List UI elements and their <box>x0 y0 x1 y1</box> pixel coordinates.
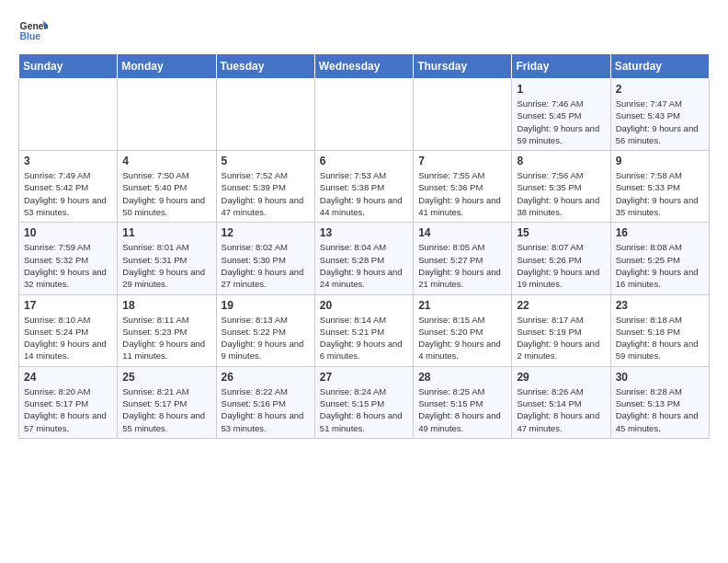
calendar-week-4: 17Sunrise: 8:10 AM Sunset: 5:24 PM Dayli… <box>19 294 710 366</box>
day-number: 26 <box>222 371 310 384</box>
calendar-cell <box>414 79 512 151</box>
day-info: Sunrise: 8:18 AM Sunset: 5:18 PM Dayligh… <box>616 314 704 362</box>
calendar-cell: 1Sunrise: 7:46 AM Sunset: 5:45 PM Daylig… <box>512 79 610 151</box>
day-info: Sunrise: 8:11 AM Sunset: 5:23 PM Dayligh… <box>122 314 210 362</box>
day-info: Sunrise: 7:59 AM Sunset: 5:32 PM Dayligh… <box>24 241 112 290</box>
day-info: Sunrise: 8:25 AM Sunset: 5:15 PM Dayligh… <box>418 385 506 434</box>
logo-icon: General Blue <box>18 15 48 44</box>
day-number: 21 <box>418 299 506 312</box>
calendar-cell: 22Sunrise: 8:17 AM Sunset: 5:19 PM Dayli… <box>512 294 610 366</box>
calendar-cell: 3Sunrise: 7:49 AM Sunset: 5:42 PM Daylig… <box>19 151 118 223</box>
day-info: Sunrise: 7:50 AM Sunset: 5:40 PM Dayligh… <box>122 169 210 218</box>
calendar-cell: 14Sunrise: 8:05 AM Sunset: 5:27 PM Dayli… <box>414 223 512 294</box>
day-info: Sunrise: 8:05 AM Sunset: 5:27 PM Dayligh… <box>418 241 506 290</box>
day-info: Sunrise: 8:08 AM Sunset: 5:25 PM Dayligh… <box>616 241 704 290</box>
calendar-cell: 2Sunrise: 7:47 AM Sunset: 5:43 PM Daylig… <box>610 79 709 151</box>
day-number: 6 <box>320 155 408 167</box>
calendar-cell: 15Sunrise: 8:07 AM Sunset: 5:26 PM Dayli… <box>512 223 610 294</box>
day-number: 13 <box>320 226 408 239</box>
day-info: Sunrise: 8:17 AM Sunset: 5:19 PM Dayligh… <box>517 314 605 362</box>
day-info: Sunrise: 8:26 AM Sunset: 5:14 PM Dayligh… <box>517 385 605 434</box>
day-header-saturday: Saturday <box>610 54 709 79</box>
day-info: Sunrise: 8:10 AM Sunset: 5:24 PM Dayligh… <box>24 314 112 362</box>
calendar-cell: 12Sunrise: 8:02 AM Sunset: 5:30 PM Dayli… <box>216 223 314 294</box>
day-number: 2 <box>616 83 704 96</box>
day-number: 28 <box>418 371 506 384</box>
calendar-cell <box>19 79 118 151</box>
calendar-cell: 7Sunrise: 7:55 AM Sunset: 5:36 PM Daylig… <box>414 151 512 223</box>
day-info: Sunrise: 8:21 AM Sunset: 5:17 PM Dayligh… <box>122 385 210 434</box>
calendar-week-1: 1Sunrise: 7:46 AM Sunset: 5:45 PM Daylig… <box>19 79 710 151</box>
day-info: Sunrise: 7:58 AM Sunset: 5:33 PM Dayligh… <box>616 169 704 218</box>
calendar-cell: 13Sunrise: 8:04 AM Sunset: 5:28 PM Dayli… <box>314 223 413 294</box>
calendar-cell: 26Sunrise: 8:22 AM Sunset: 5:16 PM Dayli… <box>216 366 314 438</box>
day-info: Sunrise: 7:55 AM Sunset: 5:36 PM Dayligh… <box>418 169 506 218</box>
day-number: 5 <box>222 155 310 167</box>
day-number: 15 <box>517 226 605 239</box>
day-number: 25 <box>122 371 210 384</box>
day-number: 20 <box>320 299 408 312</box>
day-number: 22 <box>517 299 605 312</box>
calendar-cell <box>216 79 314 151</box>
calendar-cell: 25Sunrise: 8:21 AM Sunset: 5:17 PM Dayli… <box>118 366 216 438</box>
day-info: Sunrise: 8:20 AM Sunset: 5:17 PM Dayligh… <box>24 385 112 434</box>
calendar-cell: 16Sunrise: 8:08 AM Sunset: 5:25 PM Dayli… <box>610 223 709 294</box>
day-info: Sunrise: 8:24 AM Sunset: 5:15 PM Dayligh… <box>320 385 408 434</box>
day-info: Sunrise: 8:01 AM Sunset: 5:31 PM Dayligh… <box>122 241 210 290</box>
day-header-monday: Monday <box>118 54 216 79</box>
calendar-cell: 8Sunrise: 7:56 AM Sunset: 5:35 PM Daylig… <box>512 151 610 223</box>
day-number: 9 <box>616 155 704 167</box>
day-info: Sunrise: 8:15 AM Sunset: 5:20 PM Dayligh… <box>418 314 506 362</box>
svg-text:Blue: Blue <box>20 31 41 41</box>
calendar-header-row: SundayMondayTuesdayWednesdayThursdayFrid… <box>19 54 710 79</box>
day-info: Sunrise: 7:46 AM Sunset: 5:45 PM Dayligh… <box>517 98 605 146</box>
day-number: 8 <box>517 155 605 167</box>
calendar-cell: 29Sunrise: 8:26 AM Sunset: 5:14 PM Dayli… <box>512 366 610 438</box>
day-number: 4 <box>122 155 210 167</box>
day-header-wednesday: Wednesday <box>314 54 413 79</box>
calendar-cell: 21Sunrise: 8:15 AM Sunset: 5:20 PM Dayli… <box>414 294 512 366</box>
calendar-cell: 30Sunrise: 8:28 AM Sunset: 5:13 PM Dayli… <box>610 366 709 438</box>
calendar-cell: 28Sunrise: 8:25 AM Sunset: 5:15 PM Dayli… <box>414 366 512 438</box>
day-info: Sunrise: 8:13 AM Sunset: 5:22 PM Dayligh… <box>222 314 310 362</box>
calendar-cell: 20Sunrise: 8:14 AM Sunset: 5:21 PM Dayli… <box>314 294 413 366</box>
day-number: 7 <box>418 155 506 167</box>
day-info: Sunrise: 7:49 AM Sunset: 5:42 PM Dayligh… <box>24 169 112 218</box>
day-info: Sunrise: 7:47 AM Sunset: 5:43 PM Dayligh… <box>616 98 704 146</box>
day-info: Sunrise: 8:14 AM Sunset: 5:21 PM Dayligh… <box>320 314 408 362</box>
day-number: 3 <box>24 155 112 167</box>
calendar-cell <box>314 79 413 151</box>
calendar-cell: 4Sunrise: 7:50 AM Sunset: 5:40 PM Daylig… <box>118 151 216 223</box>
calendar-week-3: 10Sunrise: 7:59 AM Sunset: 5:32 PM Dayli… <box>19 223 710 294</box>
day-info: Sunrise: 8:04 AM Sunset: 5:28 PM Dayligh… <box>320 241 408 290</box>
day-info: Sunrise: 8:02 AM Sunset: 5:30 PM Dayligh… <box>222 241 310 290</box>
day-number: 14 <box>418 226 506 239</box>
day-info: Sunrise: 7:53 AM Sunset: 5:38 PM Dayligh… <box>320 169 408 218</box>
day-number: 24 <box>24 371 112 384</box>
calendar-week-5: 24Sunrise: 8:20 AM Sunset: 5:17 PM Dayli… <box>19 366 710 438</box>
calendar-cell: 10Sunrise: 7:59 AM Sunset: 5:32 PM Dayli… <box>19 223 118 294</box>
day-number: 17 <box>24 299 112 312</box>
calendar-table: SundayMondayTuesdayWednesdayThursdayFrid… <box>18 53 710 439</box>
day-number: 18 <box>122 299 210 312</box>
calendar-cell: 18Sunrise: 8:11 AM Sunset: 5:23 PM Dayli… <box>118 294 216 366</box>
day-number: 19 <box>222 299 310 312</box>
header: General Blue <box>18 15 710 44</box>
day-number: 12 <box>222 226 310 239</box>
calendar-cell: 19Sunrise: 8:13 AM Sunset: 5:22 PM Dayli… <box>216 294 314 366</box>
calendar-cell: 17Sunrise: 8:10 AM Sunset: 5:24 PM Dayli… <box>19 294 118 366</box>
day-header-thursday: Thursday <box>414 54 512 79</box>
day-number: 27 <box>320 371 408 384</box>
calendar-page: General Blue SundayMondayTuesdayWednesda… <box>0 0 728 454</box>
calendar-cell: 5Sunrise: 7:52 AM Sunset: 5:39 PM Daylig… <box>216 151 314 223</box>
logo: General Blue <box>18 15 48 44</box>
calendar-week-2: 3Sunrise: 7:49 AM Sunset: 5:42 PM Daylig… <box>19 151 710 223</box>
calendar-cell: 24Sunrise: 8:20 AM Sunset: 5:17 PM Dayli… <box>19 366 118 438</box>
day-info: Sunrise: 8:28 AM Sunset: 5:13 PM Dayligh… <box>616 385 704 434</box>
calendar-cell: 9Sunrise: 7:58 AM Sunset: 5:33 PM Daylig… <box>610 151 709 223</box>
day-number: 10 <box>24 226 112 239</box>
day-number: 30 <box>616 371 704 384</box>
day-header-sunday: Sunday <box>19 54 118 79</box>
day-number: 11 <box>122 226 210 239</box>
day-number: 1 <box>517 83 605 96</box>
